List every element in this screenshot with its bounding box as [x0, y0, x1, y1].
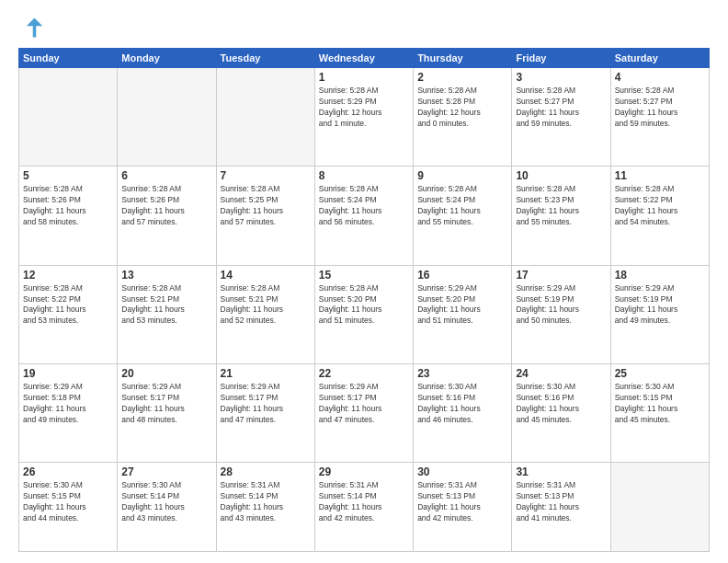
day-info: Sunrise: 5:28 AM Sunset: 5:21 PM Dayligh… — [121, 283, 211, 327]
calendar-header-row: SundayMondayTuesdayWednesdayThursdayFrid… — [19, 49, 710, 68]
day-number: 8 — [319, 169, 409, 182]
calendar-cell: 4Sunrise: 5:28 AM Sunset: 5:27 PM Daylig… — [610, 68, 709, 167]
calendar-cell: 21Sunrise: 5:29 AM Sunset: 5:17 PM Dayli… — [216, 364, 314, 463]
day-number: 19 — [23, 367, 113, 380]
day-number: 10 — [516, 169, 606, 182]
day-number: 13 — [121, 269, 211, 282]
calendar-cell — [19, 68, 118, 167]
day-info: Sunrise: 5:28 AM Sunset: 5:28 PM Dayligh… — [417, 86, 507, 130]
logo — [18, 15, 48, 40]
day-info: Sunrise: 5:28 AM Sunset: 5:25 PM Dayligh… — [221, 184, 311, 228]
day-number: 30 — [417, 465, 507, 478]
calendar-cell: 9Sunrise: 5:28 AM Sunset: 5:24 PM Daylig… — [414, 167, 512, 265]
svg-marker-0 — [27, 18, 43, 38]
calendar-cell: 18Sunrise: 5:29 AM Sunset: 5:19 PM Dayli… — [610, 265, 709, 363]
page: SundayMondayTuesdayWednesdayThursdayFrid… — [0, 0, 728, 563]
day-number: 7 — [221, 169, 311, 182]
calendar-header-thursday: Thursday — [414, 49, 512, 68]
calendar-cell: 22Sunrise: 5:29 AM Sunset: 5:17 PM Dayli… — [314, 364, 413, 463]
day-number: 24 — [516, 367, 606, 380]
day-info: Sunrise: 5:30 AM Sunset: 5:15 PM Dayligh… — [615, 382, 705, 426]
day-info: Sunrise: 5:31 AM Sunset: 5:13 PM Dayligh… — [417, 480, 507, 524]
calendar-cell: 10Sunrise: 5:28 AM Sunset: 5:23 PM Dayli… — [512, 167, 610, 265]
day-info: Sunrise: 5:28 AM Sunset: 5:24 PM Dayligh… — [319, 184, 409, 228]
header — [18, 15, 710, 40]
calendar-cell: 27Sunrise: 5:30 AM Sunset: 5:14 PM Dayli… — [118, 463, 216, 552]
day-info: Sunrise: 5:31 AM Sunset: 5:13 PM Dayligh… — [516, 480, 606, 524]
day-number: 16 — [417, 269, 507, 282]
day-number: 23 — [417, 367, 507, 380]
calendar-cell: 25Sunrise: 5:30 AM Sunset: 5:15 PM Dayli… — [610, 364, 709, 463]
calendar-cell: 30Sunrise: 5:31 AM Sunset: 5:13 PM Dayli… — [414, 463, 512, 552]
calendar-header-tuesday: Tuesday — [216, 49, 314, 68]
day-info: Sunrise: 5:28 AM Sunset: 5:26 PM Dayligh… — [23, 184, 113, 228]
calendar-header-saturday: Saturday — [610, 49, 709, 68]
day-info: Sunrise: 5:28 AM Sunset: 5:23 PM Dayligh… — [516, 184, 606, 228]
day-number: 2 — [417, 71, 507, 84]
day-number: 22 — [319, 367, 409, 380]
calendar-cell: 5Sunrise: 5:28 AM Sunset: 5:26 PM Daylig… — [19, 167, 118, 265]
calendar-cell: 3Sunrise: 5:28 AM Sunset: 5:27 PM Daylig… — [512, 68, 610, 167]
day-number: 20 — [121, 367, 211, 380]
day-info: Sunrise: 5:30 AM Sunset: 5:16 PM Dayligh… — [417, 382, 507, 426]
day-info: Sunrise: 5:29 AM Sunset: 5:17 PM Dayligh… — [121, 382, 211, 426]
day-number: 21 — [221, 367, 311, 380]
calendar-header-monday: Monday — [118, 49, 216, 68]
calendar-week-row: 1Sunrise: 5:28 AM Sunset: 5:29 PM Daylig… — [19, 68, 710, 167]
day-info: Sunrise: 5:30 AM Sunset: 5:15 PM Dayligh… — [23, 480, 113, 524]
day-info: Sunrise: 5:29 AM Sunset: 5:18 PM Dayligh… — [23, 382, 113, 426]
calendar-cell: 28Sunrise: 5:31 AM Sunset: 5:14 PM Dayli… — [216, 463, 314, 552]
day-info: Sunrise: 5:30 AM Sunset: 5:16 PM Dayligh… — [516, 382, 606, 426]
calendar-week-row: 12Sunrise: 5:28 AM Sunset: 5:22 PM Dayli… — [19, 265, 710, 363]
day-info: Sunrise: 5:28 AM Sunset: 5:26 PM Dayligh… — [121, 184, 211, 228]
calendar-week-row: 19Sunrise: 5:29 AM Sunset: 5:18 PM Dayli… — [19, 364, 710, 463]
calendar-cell: 31Sunrise: 5:31 AM Sunset: 5:13 PM Dayli… — [512, 463, 610, 552]
calendar-cell: 2Sunrise: 5:28 AM Sunset: 5:28 PM Daylig… — [414, 68, 512, 167]
day-number: 14 — [221, 269, 311, 282]
calendar-header-sunday: Sunday — [19, 49, 118, 68]
day-number: 9 — [417, 169, 507, 182]
day-info: Sunrise: 5:31 AM Sunset: 5:14 PM Dayligh… — [221, 480, 311, 524]
calendar-header-friday: Friday — [512, 49, 610, 68]
day-info: Sunrise: 5:28 AM Sunset: 5:27 PM Dayligh… — [615, 86, 705, 130]
day-info: Sunrise: 5:29 AM Sunset: 5:19 PM Dayligh… — [516, 283, 606, 327]
day-info: Sunrise: 5:28 AM Sunset: 5:22 PM Dayligh… — [615, 184, 705, 228]
calendar-cell: 7Sunrise: 5:28 AM Sunset: 5:25 PM Daylig… — [216, 167, 314, 265]
logo-icon — [18, 15, 44, 40]
calendar-cell: 26Sunrise: 5:30 AM Sunset: 5:15 PM Dayli… — [19, 463, 118, 552]
calendar-cell — [216, 68, 314, 167]
day-info: Sunrise: 5:29 AM Sunset: 5:17 PM Dayligh… — [221, 382, 311, 426]
calendar-table: SundayMondayTuesdayWednesdayThursdayFrid… — [18, 48, 710, 552]
calendar-cell: 13Sunrise: 5:28 AM Sunset: 5:21 PM Dayli… — [118, 265, 216, 363]
calendar-cell: 11Sunrise: 5:28 AM Sunset: 5:22 PM Dayli… — [610, 167, 709, 265]
calendar-cell — [610, 463, 709, 552]
day-number: 26 — [23, 465, 113, 478]
day-number: 18 — [615, 269, 705, 282]
calendar-cell: 20Sunrise: 5:29 AM Sunset: 5:17 PM Dayli… — [118, 364, 216, 463]
calendar-header-wednesday: Wednesday — [314, 49, 413, 68]
day-number: 1 — [319, 71, 409, 84]
calendar-cell: 24Sunrise: 5:30 AM Sunset: 5:16 PM Dayli… — [512, 364, 610, 463]
day-number: 6 — [121, 169, 211, 182]
calendar-cell: 15Sunrise: 5:28 AM Sunset: 5:20 PM Dayli… — [314, 265, 413, 363]
calendar-week-row: 5Sunrise: 5:28 AM Sunset: 5:26 PM Daylig… — [19, 167, 710, 265]
day-info: Sunrise: 5:28 AM Sunset: 5:29 PM Dayligh… — [319, 86, 409, 130]
day-number: 4 — [615, 71, 705, 84]
day-number: 15 — [319, 269, 409, 282]
day-number: 25 — [615, 367, 705, 380]
day-number: 5 — [23, 169, 113, 182]
day-number: 27 — [121, 465, 211, 478]
day-info: Sunrise: 5:31 AM Sunset: 5:14 PM Dayligh… — [319, 480, 409, 524]
day-info: Sunrise: 5:29 AM Sunset: 5:20 PM Dayligh… — [417, 283, 507, 327]
day-number: 29 — [319, 465, 409, 478]
calendar-cell: 23Sunrise: 5:30 AM Sunset: 5:16 PM Dayli… — [414, 364, 512, 463]
calendar-cell: 1Sunrise: 5:28 AM Sunset: 5:29 PM Daylig… — [314, 68, 413, 167]
day-number: 28 — [221, 465, 311, 478]
calendar-cell: 12Sunrise: 5:28 AM Sunset: 5:22 PM Dayli… — [19, 265, 118, 363]
calendar-cell: 16Sunrise: 5:29 AM Sunset: 5:20 PM Dayli… — [414, 265, 512, 363]
calendar-cell: 19Sunrise: 5:29 AM Sunset: 5:18 PM Dayli… — [19, 364, 118, 463]
calendar-week-row: 26Sunrise: 5:30 AM Sunset: 5:15 PM Dayli… — [19, 463, 710, 552]
calendar-cell: 6Sunrise: 5:28 AM Sunset: 5:26 PM Daylig… — [118, 167, 216, 265]
day-info: Sunrise: 5:29 AM Sunset: 5:17 PM Dayligh… — [319, 382, 409, 426]
day-info: Sunrise: 5:28 AM Sunset: 5:27 PM Dayligh… — [516, 86, 606, 130]
